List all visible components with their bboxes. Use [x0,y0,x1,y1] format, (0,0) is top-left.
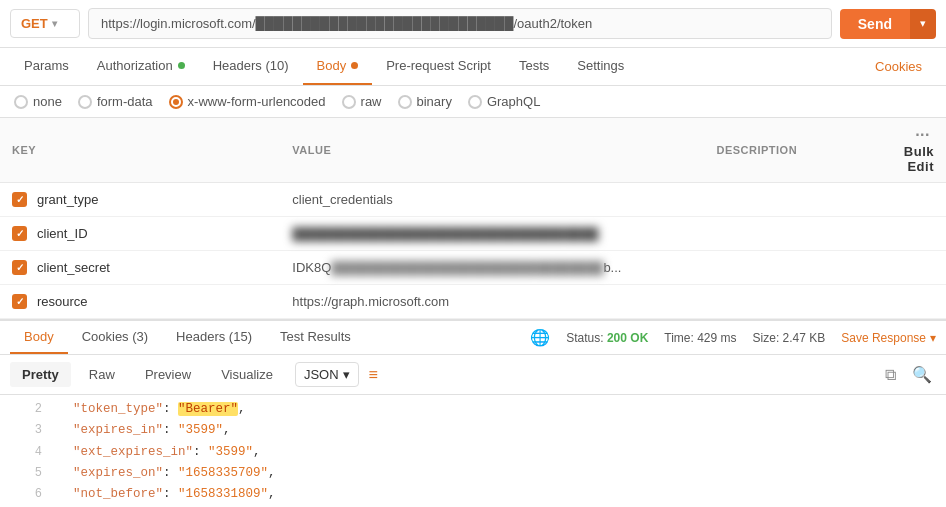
format-tab-visualize[interactable]: Visualize [209,362,285,387]
cookies-link[interactable]: Cookies [861,49,936,84]
radio-binary[interactable] [398,95,412,109]
radio-form-data[interactable] [78,95,92,109]
response-tab-headers[interactable]: Headers (15) [162,321,266,354]
body-type-form-data[interactable]: form-data [78,94,153,109]
line-number: 5 [14,463,42,484]
row-desc-cell[interactable] [704,251,891,285]
method-label: GET [21,16,48,31]
table-row: grant_type client_credentials [0,183,946,217]
send-button-group: Send ▾ [840,9,936,39]
format-actions: ⧉ 🔍 [881,361,936,388]
json-key: "expires_on" [73,466,163,480]
row-checkbox[interactable] [12,192,27,207]
row-key-cell: resource [0,285,280,319]
json-content: "expires_on": "1658335709", [58,463,276,484]
response-tab-body-label: Body [24,329,54,344]
row-value-text: ████████████████████████████████████ [292,227,598,241]
col-header-description: DESCRIPTION [704,118,891,183]
col-header-key: KEY [0,118,280,183]
row-value-cell[interactable]: https://graph.microsoft.com [280,285,704,319]
json-key: "expires_in" [73,423,163,437]
row-action-cell [892,251,946,285]
row-value-cell[interactable]: IDK8Q████████████████████████████████b..… [280,251,704,285]
row-key-cell: client_ID [0,217,280,251]
json-key: "ext_expires_in" [73,445,193,459]
row-value-cell[interactable]: ████████████████████████████████████ [280,217,704,251]
status-text: Status: 200 OK [566,331,648,345]
globe-icon: 🌐 [530,328,550,347]
copy-button[interactable]: ⧉ [881,362,900,388]
filter-icon[interactable]: ≡ [369,366,378,384]
format-type-dropdown[interactable]: JSON ▾ [295,362,359,387]
body-type-urlencoded[interactable]: x-www-form-urlencoded [169,94,326,109]
col-header-value: VALUE [280,118,704,183]
body-type-binary[interactable]: binary [398,94,452,109]
bulk-edit-button[interactable]: Bulk Edit [904,144,934,174]
body-type-raw[interactable]: raw [342,94,382,109]
method-dropdown[interactable]: GET ▾ [10,9,80,38]
json-content: "expires_in": "3599", [58,420,231,441]
json-value: "1658331809" [178,487,268,501]
radio-graphql[interactable] [468,95,482,109]
row-desc-cell[interactable] [704,285,891,319]
tab-params-label: Params [24,58,69,73]
tab-body-label: Body [317,58,347,73]
body-type-form-data-label: form-data [97,94,153,109]
response-tab-body[interactable]: Body [10,321,68,354]
table-row: resource https://graph.microsoft.com [0,285,946,319]
response-tab-test-results[interactable]: Test Results [266,321,365,354]
body-type-bar: none form-data x-www-form-urlencoded raw… [0,86,946,118]
row-key-value: client_ID [37,226,88,241]
radio-urlencoded[interactable] [169,95,183,109]
row-key-cell: grant_type [0,183,280,217]
row-key-cell: client_secret [0,251,280,285]
tab-headers[interactable]: Headers (10) [199,48,303,85]
url-input[interactable] [88,8,832,39]
tab-params[interactable]: Params [10,48,83,85]
response-tab-cookies[interactable]: Cookies (3) [68,321,162,354]
row-desc-cell[interactable] [704,217,891,251]
row-checkbox[interactable] [12,294,27,309]
tab-headers-label: Headers (10) [213,58,289,73]
json-content: "not_before": "1658331809", [58,484,276,505]
tab-settings[interactable]: Settings [563,48,638,85]
tab-settings-label: Settings [577,58,624,73]
search-button[interactable]: 🔍 [908,361,936,388]
format-tab-pretty[interactable]: Pretty [10,362,71,387]
radio-raw[interactable] [342,95,356,109]
row-checkbox[interactable] [12,260,27,275]
json-line-4: 4 "ext_expires_in": "3599", [0,442,946,463]
row-checkbox[interactable] [12,226,27,241]
body-type-none-label: none [33,94,62,109]
body-type-none[interactable]: none [14,94,62,109]
json-line-3: 3 "expires_in": "3599", [0,420,946,441]
table-row: client_secret IDK8Q█████████████████████… [0,251,946,285]
tab-body[interactable]: Body [303,48,373,85]
save-response-chevron-icon: ▾ [930,331,936,345]
tab-prerequest[interactable]: Pre-request Script [372,48,505,85]
tab-tests-label: Tests [519,58,549,73]
body-type-raw-label: raw [361,94,382,109]
format-tab-preview[interactable]: Preview [133,362,203,387]
response-tab-headers-label: Headers (15) [176,329,252,344]
json-value: "3599" [178,423,223,437]
tab-tests[interactable]: Tests [505,48,563,85]
format-tab-raw[interactable]: Raw [77,362,127,387]
body-type-urlencoded-label: x-www-form-urlencoded [188,94,326,109]
json-value: "3599" [208,445,253,459]
body-type-graphql[interactable]: GraphQL [468,94,540,109]
send-button[interactable]: Send [840,9,910,39]
save-response-button[interactable]: Save Response ▾ [841,331,936,345]
json-line-5: 5 "expires_on": "1658335709", [0,463,946,484]
row-value-cell[interactable]: client_credentials [280,183,704,217]
more-options-icon[interactable]: ··· [911,126,934,143]
radio-none[interactable] [14,95,28,109]
row-key-value: resource [37,294,88,309]
json-value: "Bearer" [178,402,238,416]
row-desc-cell[interactable] [704,183,891,217]
row-action-cell [892,183,946,217]
authorization-dot [178,62,185,69]
json-content: "ext_expires_in": "3599", [58,442,261,463]
tab-authorization[interactable]: Authorization [83,48,199,85]
send-dropdown-button[interactable]: ▾ [910,9,936,39]
